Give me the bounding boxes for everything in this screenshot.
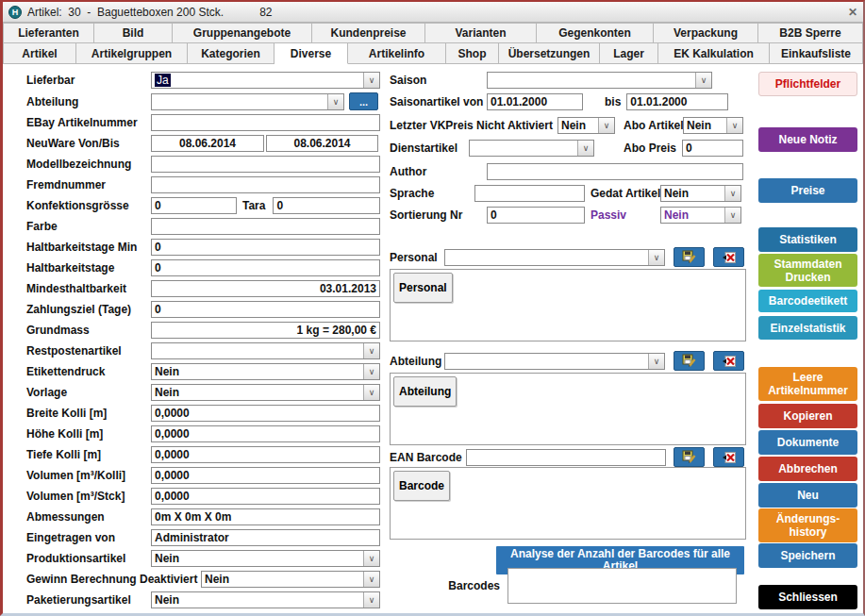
tab-artikel[interactable]: Artikel [3,43,76,64]
ean-barcode-input[interactable] [466,449,666,466]
restposten-select[interactable]: ∨ [151,342,380,359]
tara-label: Tara [242,199,265,212]
saison-select[interactable]: ∨ [487,72,712,89]
abteilung-mid-select[interactable]: ∨ [444,353,665,370]
tab-kategorien[interactable]: Kategorien [188,43,274,64]
sprache-input[interactable] [474,185,585,202]
gewinn-select[interactable]: Nein∨ [201,571,380,588]
tab-shop[interactable]: Shop [446,43,499,64]
ean-save-button[interactable] [674,447,705,467]
abteilung-column-header[interactable]: Abteilung [393,376,457,407]
ebay-input[interactable] [151,114,380,131]
neuware-von-input[interactable]: 08.06.2014 [151,135,264,152]
vkpreis-select[interactable]: Nein∨ [557,117,615,134]
fremdnummer-input[interactable] [151,176,380,193]
neu-button[interactable]: Neu [758,483,857,508]
author-input[interactable] [487,163,743,180]
tab-bild[interactable]: Bild [94,23,173,43]
aenderungs-history-button[interactable]: Änderungs- history [758,508,857,542]
close-icon[interactable]: ✕ [848,6,857,19]
breite-kolli-input[interactable]: 0,0000 [151,405,380,422]
passiv-select[interactable]: Nein∨ [660,207,741,224]
abmessungen-input[interactable]: 0m X 0m X 0m [151,508,380,525]
zahlungsziel-input[interactable]: 0 [151,301,380,318]
barcode-list[interactable]: Barcode [390,467,746,540]
gedat-artikel-select[interactable]: Nein∨ [660,185,741,202]
tab-uebersetzungen[interactable]: Übersetzungen [499,43,600,64]
save-icon [682,250,696,264]
neue-notiz-button[interactable]: Neue Notiz [758,127,857,152]
personal-column-header[interactable]: Personal [393,273,453,303]
hoehe-kolli-input[interactable]: 0,0000 [151,425,380,442]
tab-lieferanten[interactable]: Lieferanten [3,23,94,43]
eingetragen-von-input[interactable]: Administrator [151,529,380,546]
chevron-down-icon: ∨ [363,364,379,379]
abo-preis-input[interactable]: 0 [682,140,743,157]
personal-delete-button[interactable] [713,247,744,267]
einzelstatistik-button[interactable]: Einzelstatistik [758,316,857,340]
barcode-column-header[interactable]: Barcode [393,471,450,501]
barcodeetikett-button[interactable]: Barcodeetikett [758,290,857,312]
tab-lager[interactable]: Lager [600,43,658,64]
tab-varianten[interactable]: Varianten [425,23,537,43]
personal-select[interactable]: ∨ [444,249,665,266]
tab-einkaufsliste[interactable]: Einkaufsliste [770,43,863,64]
tab-verpackung[interactable]: Verpackung [654,23,758,43]
left-form-column: Lieferbar Ja∨ Abteilung ∨ ... EBay Artik… [26,72,380,612]
haltbarkeitstage-input[interactable]: 0 [151,259,380,276]
speichern-button[interactable]: Speichern [758,543,857,568]
pflichtfelder-button[interactable]: Pflichtfelder [758,72,857,96]
kopieren-button[interactable]: Kopieren [758,404,857,428]
sortierung-input[interactable]: 0 [487,207,585,224]
grundmass-input[interactable]: 1 kg = 280,00 € [151,322,380,339]
abteilung-save-button[interactable] [674,351,705,371]
tab-kundenpreise[interactable]: Kundenpreise [312,23,425,43]
gedat-artikel-label: Gedat Artikel [591,187,660,200]
tiefe-kolli-input[interactable]: 0,0000 [151,446,380,463]
konfektion-input[interactable]: 0 [151,197,237,214]
abo-artikel-select[interactable]: Nein∨ [683,117,743,134]
abbrechen-button[interactable]: Abbrechen [758,457,857,481]
vorlage-select[interactable]: Nein∨ [151,384,380,401]
dokumente-button[interactable]: Dokumente [758,430,857,455]
tara-input[interactable]: 0 [273,197,380,214]
farbe-input[interactable] [151,218,380,235]
modell-input[interactable] [151,156,380,173]
abteilung-mid-label: Abteilung [390,355,444,368]
tab-row-2: Artikel Artikelgruppen Kategorien Divers… [3,43,863,64]
tab-diverse[interactable]: Diverse [274,43,348,64]
statistiken-button[interactable]: Statistiken [758,227,857,252]
dienstartikel-select[interactable]: ∨ [469,140,594,157]
abteilung-more-button[interactable]: ... [349,92,378,110]
neuware-bis-input[interactable]: 08.06.2014 [266,135,378,152]
barcodes-box[interactable] [507,568,737,604]
ean-delete-button[interactable] [713,447,744,467]
middle-form-column: Saison ∨ Saisonartikel von 01.01.2000 bi… [390,72,746,614]
saisonartikel-von-input[interactable]: 01.01.2000 [487,93,583,110]
tab-gruppenangebote[interactable]: Gruppenangebote [173,23,312,43]
chevron-down-icon: ∨ [363,343,379,358]
haltbarkeitstage-min-input[interactable]: 0 [151,239,380,256]
tab-artikelinfo[interactable]: Artikelinfo [348,43,446,64]
tab-ek-kalkulation[interactable]: EK Kalkulation [658,43,770,64]
leere-artikelnummer-button[interactable]: Leere Artikelnummer [758,367,857,401]
personal-save-button[interactable] [674,247,705,267]
etikettendruck-select[interactable]: Nein∨ [151,363,380,380]
tab-artikelgruppen[interactable]: Artikelgruppen [76,43,188,64]
mindesthaltbarkeit-input[interactable]: 03.01.2013 [151,280,380,297]
abteilung-list[interactable]: Abteilung [390,373,746,445]
tab-gegenkonten[interactable]: Gegenkonten [537,23,654,43]
saisonartikel-bis-input[interactable]: 01.01.2000 [626,93,728,110]
lieferbar-select[interactable]: Ja∨ [151,72,380,89]
personal-list[interactable]: Personal [390,269,746,341]
preise-button[interactable]: Preise [758,178,857,203]
produktionsartikel-select[interactable]: Nein∨ [151,550,380,567]
abteilung-select[interactable]: ∨ [151,93,344,110]
tab-b2b-sperre[interactable]: B2B Sperre [758,23,863,43]
schliessen-button[interactable]: Schliessen [758,585,857,609]
volumen-kolli-input[interactable]: 0,0000 [151,467,380,484]
volumen-stck-input[interactable]: 0,0000 [151,488,380,505]
stammdaten-drucken-button[interactable]: Stammdaten Drucken [758,254,857,287]
abteilung-delete-button[interactable] [713,351,744,371]
paketierungsartikel-select[interactable]: Nein∨ [151,591,380,608]
